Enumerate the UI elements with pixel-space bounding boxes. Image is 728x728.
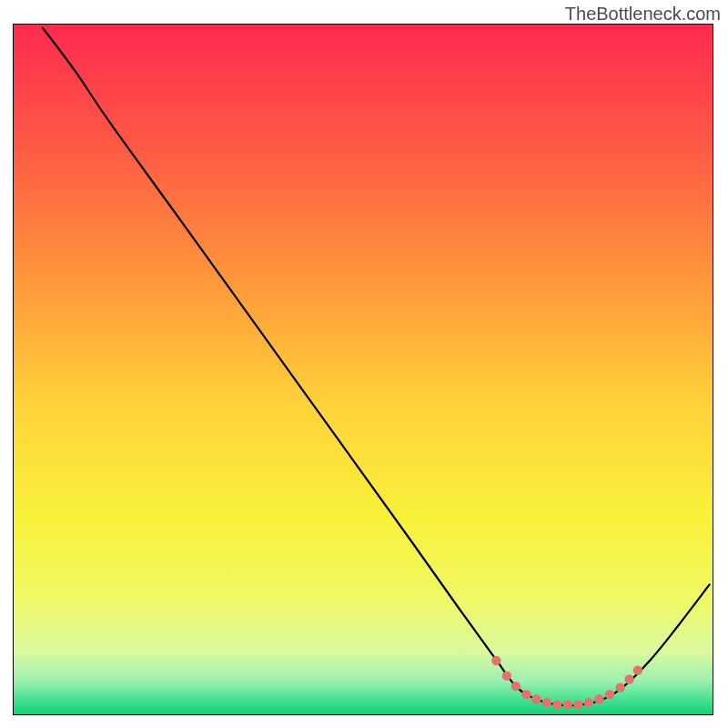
highlight-dot <box>542 698 551 707</box>
highlight-dot <box>502 671 511 680</box>
highlight-dot <box>491 656 500 665</box>
chart-svg <box>13 24 713 715</box>
highlight-dot <box>624 674 633 683</box>
highlight-dot <box>605 690 614 699</box>
highlight-dot <box>563 700 572 709</box>
highlight-dot <box>552 700 561 709</box>
watermark-text: TheBottleneck.com <box>565 4 721 25</box>
chart-container: TheBottleneck.com <box>0 0 728 728</box>
highlight-dot <box>584 698 593 707</box>
highlight-dot <box>521 690 531 699</box>
gradient-background <box>13 24 713 715</box>
plot-area <box>13 24 713 715</box>
highlight-dot <box>573 700 582 709</box>
highlight-dot <box>615 682 624 692</box>
highlight-dot <box>531 694 541 703</box>
highlight-dot <box>633 665 642 674</box>
highlight-dot <box>511 682 521 691</box>
highlight-dot <box>594 694 603 703</box>
